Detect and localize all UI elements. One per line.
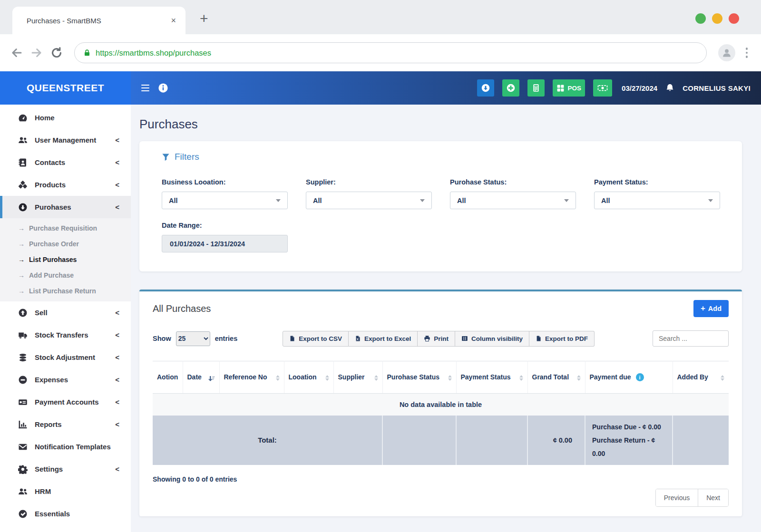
chevron-down-icon: [420, 199, 425, 202]
plus-circle-icon: [506, 83, 516, 93]
filters-title: Filters: [175, 152, 199, 162]
sidebar-item-purchases[interactable]: Purohases <: [0, 196, 131, 218]
payment-due-info-icon[interactable]: i: [636, 373, 644, 381]
calculator-icon: [532, 83, 540, 93]
page-length-select[interactable]: 25: [176, 331, 210, 346]
sidebar-item-home[interactable]: Home: [0, 106, 131, 129]
sidebar-item-stock-transfers[interactable]: Stock Transfers <: [0, 324, 131, 346]
columns-icon: [461, 335, 468, 342]
payment-status-select[interactable]: All: [594, 192, 720, 209]
filter-label: Business Looation:: [162, 178, 288, 186]
traffic-light-green[interactable]: [695, 13, 706, 24]
submenu-purchase-requisition[interactable]: → Purchase Requisition: [0, 220, 131, 236]
next-page-button[interactable]: Next: [698, 489, 728, 506]
column-visibility-button[interactable]: Column visibility: [455, 331, 529, 347]
submenu-list-purchase-return[interactable]: → List Purchase Return: [0, 283, 131, 299]
users-icon: [18, 487, 28, 496]
new-tab-button[interactable]: +: [200, 10, 208, 27]
search-input[interactable]: [653, 330, 729, 347]
filter-business-location: Business Looation: All: [162, 178, 288, 209]
sidebar-item-contacts[interactable]: Contacts <: [0, 151, 131, 174]
submenu-add-purchase[interactable]: → Add Purchase: [0, 267, 131, 283]
minus-circle-icon: [18, 375, 28, 385]
file-icon: [536, 335, 542, 342]
sidebar-item-user-management[interactable]: User Management <: [0, 129, 131, 151]
col-location[interactable]: Looation: [284, 361, 333, 394]
file-icon: [289, 335, 295, 342]
purchases-section: Purohases < → Purchase Requisition → Pur…: [0, 196, 131, 301]
col-action: Aotion: [153, 361, 183, 394]
entries-info: Showing 0 to 0 of 0 entries: [153, 475, 729, 483]
previous-page-button[interactable]: Previous: [656, 489, 698, 506]
traffic-light-red[interactable]: [729, 13, 739, 24]
avatar[interactable]: [718, 44, 735, 61]
footer-added-by-cell: [673, 416, 729, 465]
hamburger-icon[interactable]: [141, 85, 149, 92]
filter-icon: [162, 153, 170, 161]
empty-table-row: No data available in table: [153, 394, 729, 416]
brand-logo[interactable]: QUEENSTREET: [0, 71, 131, 105]
pos-label: POS: [568, 85, 582, 92]
col-payment-status[interactable]: Payment Status: [456, 361, 527, 394]
arrow-right-icon: →: [18, 287, 25, 295]
window-controls: [695, 13, 739, 24]
purchases-submenu: → Purchase Requisition → Purchase Order …: [0, 218, 131, 301]
database-icon: [18, 353, 28, 362]
sidebar-item-notification-templates[interactable]: Notification Templates: [0, 435, 131, 458]
col-date[interactable]: Date: [183, 361, 219, 394]
col-purchase-status[interactable]: Purohase Status: [382, 361, 456, 394]
pos-button[interactable]: POS: [553, 79, 585, 97]
printer-icon: [424, 335, 430, 342]
footer-payment-due: Purchase Due - ¢ 0.00 Purchase Return - …: [585, 416, 673, 465]
export-csv-button[interactable]: Export to CSV: [283, 331, 349, 347]
sidebar-item-stock-adjustment[interactable]: Stock Adjustment <: [0, 346, 131, 368]
arrow-circle-up-icon: [18, 308, 28, 318]
sidebar-item-products[interactable]: Products <: [0, 174, 131, 196]
cash-register-button[interactable]: [593, 79, 612, 97]
sidebar-item-settings[interactable]: Settings <: [0, 458, 131, 480]
address-bar[interactable]: https://smartbms.shop/purchases: [74, 42, 707, 63]
forward-icon[interactable]: [30, 47, 43, 59]
quick-add-button[interactable]: [502, 79, 519, 97]
table-header-row: Aotion Date Referenoe No Looation Suppli…: [153, 361, 729, 394]
notification-bell-icon[interactable]: [665, 83, 675, 93]
reload-icon[interactable]: [50, 47, 63, 59]
back-icon[interactable]: [10, 47, 23, 59]
browser-tab[interactable]: Purchases - SmartBMS ×: [12, 7, 185, 34]
show-label: Show: [153, 335, 171, 342]
filters-toggle[interactable]: Filters: [162, 152, 720, 162]
tab-close-icon[interactable]: ×: [171, 16, 176, 26]
export-excel-button[interactable]: Export to Excel: [349, 331, 418, 347]
sidebar-item-hrm[interactable]: HRM: [0, 480, 131, 503]
business-location-select[interactable]: All: [162, 192, 288, 209]
submenu-list-purchases[interactable]: → List Purohases: [0, 251, 131, 267]
user-name[interactable]: CORNELIUS SAKYI: [683, 84, 751, 92]
browser-toolbar: https://smartbms.shop/purchases: [0, 34, 761, 71]
export-pdf-button[interactable]: Export to PDF: [529, 331, 595, 347]
browser-menu-icon[interactable]: [743, 46, 751, 60]
col-reference-no[interactable]: Referenoe No: [219, 361, 284, 394]
sidebar-item-sell[interactable]: Sell <: [0, 301, 131, 324]
purchases-table: Aotion Date Referenoe No Looation Suppli…: [153, 361, 729, 465]
purchase-status-select[interactable]: All: [450, 192, 576, 209]
download-button[interactable]: [477, 79, 494, 97]
sidebar-item-payment-accounts[interactable]: Payment Accounts <: [0, 391, 131, 413]
info-icon[interactable]: [158, 83, 168, 93]
check-circle-icon: [18, 509, 28, 519]
sidebar-item-reports[interactable]: Reports <: [0, 413, 131, 435]
col-supplier[interactable]: Supplier: [333, 361, 382, 394]
traffic-light-yellow[interactable]: [712, 13, 722, 24]
sidebar-item-expenses[interactable]: Expenses <: [0, 368, 131, 391]
date-range-input[interactable]: [162, 235, 288, 252]
supplier-select[interactable]: All: [306, 192, 432, 209]
add-purchase-button[interactable]: + Add: [693, 300, 729, 317]
all-purchases-card: All Purchases + Add Show 25 entries: [139, 290, 742, 516]
sidebar-item-essentials[interactable]: Essentials: [0, 503, 131, 525]
calculator-button[interactable]: [527, 79, 545, 97]
submenu-purchase-order[interactable]: → Purchase Order: [0, 236, 131, 251]
print-button[interactable]: Print: [418, 331, 455, 347]
dashboard-icon: [18, 113, 28, 123]
col-added-by[interactable]: Added By: [673, 361, 729, 394]
export-button-group: Export to CSV Export to Excel Print Colu…: [283, 331, 595, 347]
col-grand-total[interactable]: Grand Total: [527, 361, 585, 394]
